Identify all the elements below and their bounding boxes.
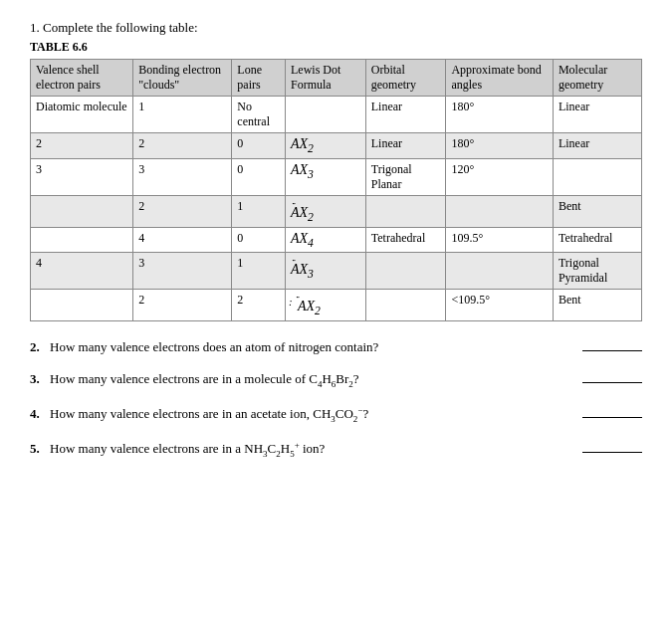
cell-r2-c7: Linear bbox=[553, 133, 641, 159]
cell-r1-c3: No central bbox=[232, 97, 286, 133]
cell-r5-c7: Tetrahedral bbox=[553, 227, 641, 253]
question-4: 4. How many valence electrons are in an … bbox=[30, 405, 642, 424]
cell-r4-c5 bbox=[365, 195, 446, 227]
cell-r6-c2: 3 bbox=[133, 253, 232, 290]
cell-r7-c7: Bent bbox=[553, 290, 641, 321]
q4-answer-line bbox=[582, 417, 642, 418]
main-table: Valence shell electron pairs Bonding ele… bbox=[30, 59, 642, 321]
cell-r6-c5 bbox=[365, 253, 446, 290]
cell-r2-c1: 2 bbox=[31, 133, 133, 159]
cell-r6-c1: 4 bbox=[31, 253, 133, 290]
cell-r4-c2: 2 bbox=[133, 195, 232, 227]
cell-r7-c4: : ·· A X2 bbox=[285, 290, 365, 321]
table-row: 4 0 AX4 Tetrahedral 109.5° Tetrahedral bbox=[31, 227, 642, 253]
cell-r1-c6: 180° bbox=[446, 97, 553, 133]
cell-r5-c4: AX4 bbox=[285, 227, 365, 253]
q3-num: 3. bbox=[30, 371, 44, 387]
cell-r4-c1 bbox=[31, 195, 133, 227]
cell-r3-c7 bbox=[553, 158, 641, 195]
cell-r5-c5: Tetrahedral bbox=[365, 227, 446, 253]
cell-r2-c6: 180° bbox=[446, 133, 553, 159]
table-row: 2 2 : ·· A X2 <109.5° Bent bbox=[31, 290, 642, 321]
q2-text: How many valence electrons does an atom … bbox=[50, 339, 576, 355]
cell-r5-c1 bbox=[31, 227, 133, 253]
cell-r1-c1: Diatomic molecule bbox=[31, 97, 133, 133]
cell-r2-c4: AX2 bbox=[285, 133, 365, 159]
header-col6: Approximate bond angles bbox=[446, 60, 553, 97]
header-col1: Valence shell electron pairs bbox=[31, 60, 133, 97]
header-col3: Lone pairs bbox=[232, 60, 286, 97]
cell-r2-c2: 2 bbox=[133, 133, 232, 159]
cell-r6-c6 bbox=[446, 253, 553, 290]
cell-r7-c5 bbox=[365, 290, 446, 321]
cell-r6-c4: ·· A X3 bbox=[285, 253, 365, 290]
cell-r3-c4: AX3 bbox=[285, 158, 365, 195]
cell-r6-c3: 1 bbox=[232, 253, 286, 290]
q5-answer-line bbox=[582, 452, 642, 453]
q3-answer-line bbox=[582, 382, 642, 383]
cell-r3-c5: Trigonal Planar bbox=[365, 158, 446, 195]
cell-r4-c6 bbox=[446, 195, 553, 227]
cell-r4-c7: Bent bbox=[553, 195, 641, 227]
cell-r7-c3: 2 bbox=[232, 290, 286, 321]
cell-r2-c5: Linear bbox=[365, 133, 446, 159]
cell-r5-c6: 109.5° bbox=[446, 227, 553, 253]
cell-r4-c4: ·· A X2 bbox=[285, 195, 365, 227]
q3-text: How many valence electrons are in a mole… bbox=[50, 371, 576, 389]
header-col2: Bonding electron "clouds" bbox=[133, 60, 232, 97]
cell-r4-c3: 1 bbox=[232, 195, 286, 227]
cell-r5-c3: 0 bbox=[232, 227, 286, 253]
cell-r7-c6: <109.5° bbox=[446, 290, 553, 321]
header-col5: Orbital geometry bbox=[365, 60, 446, 97]
table-row: 2 1 ·· A X2 Bent bbox=[31, 195, 642, 227]
q5-text: How many valence electrons are in a NH3C… bbox=[50, 440, 576, 459]
cell-r1-c2: 1 bbox=[133, 97, 232, 133]
cell-r3-c6: 120° bbox=[446, 158, 553, 195]
cell-r3-c1: 3 bbox=[31, 158, 133, 195]
table-row: 3 3 0 AX3 Trigonal Planar 120° bbox=[31, 158, 642, 195]
cell-r7-c1 bbox=[31, 290, 133, 321]
header-col7: Molecular geometry bbox=[553, 60, 641, 97]
cell-r3-c2: 3 bbox=[133, 158, 232, 195]
table-header-row: Valence shell electron pairs Bonding ele… bbox=[31, 60, 642, 97]
q2-answer-line bbox=[582, 350, 642, 351]
table-row: 2 2 0 AX2 Linear 180° Linear bbox=[31, 133, 642, 159]
cell-r1-c4 bbox=[285, 97, 365, 133]
q4-text: How many valence electrons are in an ace… bbox=[50, 405, 576, 424]
q4-num: 4. bbox=[30, 406, 44, 422]
question-1-section: 1. Complete the following table: TABLE 6… bbox=[30, 20, 642, 321]
table-row: Diatomic molecule 1 No central Linear 18… bbox=[31, 97, 642, 133]
question-3: 3. How many valence electrons are in a m… bbox=[30, 371, 642, 389]
cell-r1-c5: Linear bbox=[365, 97, 446, 133]
q5-num: 5. bbox=[30, 441, 44, 457]
cell-r5-c2: 4 bbox=[133, 227, 232, 253]
q2-num: 2. bbox=[30, 339, 44, 355]
table-title: TABLE 6.6 bbox=[30, 40, 642, 55]
cell-r3-c3: 0 bbox=[232, 158, 286, 195]
question-5: 5. How many valence electrons are in a N… bbox=[30, 440, 642, 459]
cell-r2-c3: 0 bbox=[232, 133, 286, 159]
cell-r1-c7: Linear bbox=[553, 97, 641, 133]
table-row: 4 3 1 ·· A X3 Trigonal Pyramidal bbox=[31, 253, 642, 290]
header-col4: Lewis Dot Formula bbox=[285, 60, 365, 97]
cell-r6-c7: Trigonal Pyramidal bbox=[553, 253, 641, 290]
questions-section: 2. How many valence electrons does an at… bbox=[30, 339, 642, 458]
question-1-label: 1. Complete the following table: bbox=[30, 20, 642, 36]
cell-r7-c2: 2 bbox=[133, 290, 232, 321]
question-2: 2. How many valence electrons does an at… bbox=[30, 339, 642, 355]
